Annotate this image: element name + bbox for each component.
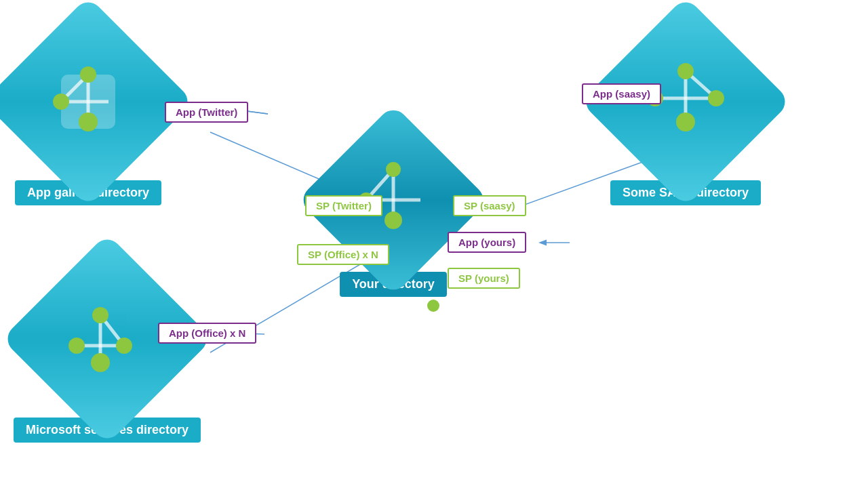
svg-point-34 bbox=[676, 113, 695, 131]
svg-point-27 bbox=[384, 211, 402, 229]
sp-office-box: SP (Office) x N bbox=[297, 244, 389, 265]
center-dot bbox=[427, 300, 439, 312]
sp-twitter-box: SP (Twitter) bbox=[305, 195, 382, 216]
svg-point-14 bbox=[79, 113, 98, 131]
app-yours-box: App (yours) bbox=[448, 232, 526, 253]
app-twitter-box: App (Twitter) bbox=[165, 102, 248, 123]
svg-point-33 bbox=[708, 90, 724, 106]
sp-saasy-box: SP (saasy) bbox=[453, 195, 526, 216]
svg-point-19 bbox=[68, 338, 85, 354]
svg-point-21 bbox=[91, 353, 110, 372]
svg-point-13 bbox=[53, 94, 69, 110]
saas-directory: Some SAAS directory bbox=[610, 27, 761, 205]
app-gallery-directory: App gallery directory bbox=[14, 27, 163, 205]
svg-point-31 bbox=[677, 63, 694, 79]
diagram-container: App gallery directory Microsoft services… bbox=[0, 0, 868, 488]
sp-yours-box: SP (yours) bbox=[448, 268, 520, 289]
svg-point-18 bbox=[92, 307, 108, 323]
svg-point-25 bbox=[386, 162, 401, 177]
microsoft-directory: Microsoft services directory bbox=[14, 264, 201, 443]
app-office-box: App (Office) x N bbox=[158, 323, 256, 344]
svg-point-12 bbox=[80, 66, 96, 83]
app-gallery-graph bbox=[14, 27, 163, 176]
app-saasy-box: App (saasy) bbox=[582, 83, 661, 104]
svg-point-20 bbox=[116, 338, 132, 354]
